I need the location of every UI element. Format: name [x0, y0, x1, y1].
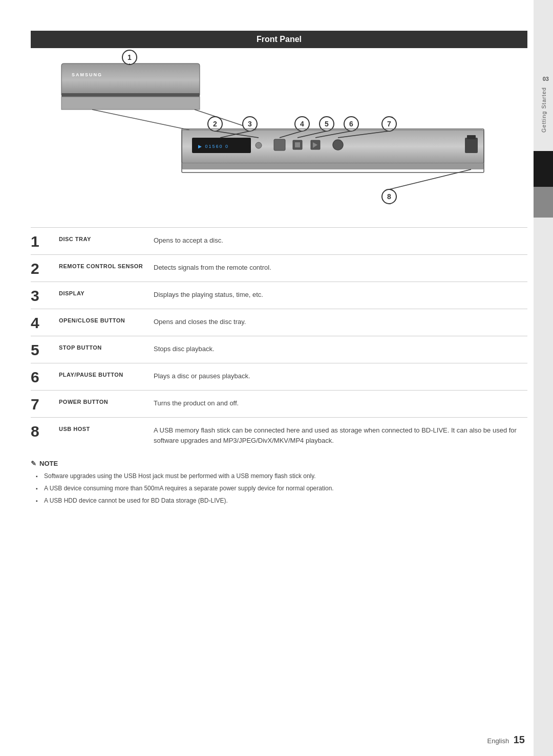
sidebar: 03 Getting Started — [534, 0, 553, 756]
note-item-1: Software upgrades using the USB Host jac… — [36, 471, 527, 481]
svg-text:1: 1 — [127, 53, 132, 61]
svg-rect-43 — [182, 129, 484, 172]
item-name-7: POWER BUTTON — [59, 396, 154, 405]
svg-point-15 — [333, 140, 343, 150]
item-name-2: REMOTE CONTROL SENSOR — [59, 260, 154, 269]
svg-text:4: 4 — [300, 120, 304, 128]
note-title: ✎ NOTE — [31, 460, 527, 467]
svg-text:7: 7 — [387, 120, 391, 128]
svg-point-34 — [344, 117, 358, 131]
item-name-8: USB HOST — [59, 423, 154, 432]
svg-rect-6 — [182, 130, 484, 163]
svg-rect-18 — [182, 163, 484, 169]
svg-text:SAMSUNG: SAMSUNG — [72, 72, 102, 77]
svg-rect-11 — [293, 140, 302, 149]
svg-point-19 — [122, 50, 137, 64]
sidebar-chapter-title: Getting Started — [541, 87, 547, 133]
item-name-5: STOP BUTTON — [59, 341, 154, 351]
page-footer: English 15 — [487, 734, 525, 746]
items-list: 1 DISC TRAY Opens to accept a disc. 2 RE… — [31, 227, 527, 450]
page-number: 15 — [514, 734, 525, 745]
svg-text:5: 5 — [325, 120, 329, 128]
item-name-4: OPEN/CLOSE BUTTON — [59, 314, 154, 323]
svg-text:▶ 01560 0: ▶ 01560 0 — [198, 144, 229, 149]
item-row-5: 5 STOP BUTTON Stops disc playback. — [31, 336, 527, 363]
svg-rect-16 — [465, 138, 478, 153]
svg-point-37 — [382, 117, 396, 131]
svg-marker-14 — [313, 142, 317, 148]
item-desc-3: Displays the playing status, time, etc. — [154, 287, 527, 300]
item-row-3: 3 DISPLAY Displays the playing status, t… — [31, 282, 527, 309]
item-desc-2: Detects signals from the remote control. — [154, 260, 527, 273]
item-desc-7: Turns the product on and off. — [154, 396, 527, 408]
item-number-7: 7 — [31, 396, 59, 412]
item-number-8: 8 — [31, 423, 59, 439]
svg-line-5 — [195, 110, 256, 130]
svg-rect-2 — [61, 93, 200, 97]
item-desc-5: Stops disc playback. — [154, 341, 527, 354]
svg-point-31 — [320, 117, 334, 131]
diagram-area: SAMSUNG ▶ 01560 0 — [31, 48, 527, 222]
sidebar-dark-block — [534, 151, 553, 187]
note-icon: ✎ — [31, 460, 36, 467]
svg-text:3: 3 — [248, 120, 252, 128]
sidebar-chapter-number: 03 — [543, 76, 549, 82]
item-row-1: 1 DISC TRAY Opens to accept a disc. — [31, 227, 527, 254]
item-number-2: 2 — [31, 260, 59, 276]
item-row-8: 8 USB HOST A USB memory flash stick can … — [31, 417, 527, 450]
item-number-1: 1 — [31, 233, 59, 249]
svg-line-4 — [92, 110, 189, 130]
item-name-6: PLAY/PAUSE BUTTON — [59, 369, 154, 378]
svg-line-39 — [338, 131, 389, 138]
svg-point-25 — [243, 117, 257, 131]
diagram-svg: SAMSUNG ▶ 01560 0 — [31, 48, 527, 222]
svg-rect-12 — [295, 142, 300, 147]
svg-rect-17 — [467, 135, 476, 139]
svg-line-33 — [297, 131, 327, 138]
svg-text:8: 8 — [387, 192, 391, 201]
item-number-6: 6 — [31, 369, 59, 385]
svg-rect-7 — [192, 138, 251, 153]
note-list: Software upgrades using the USB Host jac… — [31, 471, 527, 505]
section-title: Front Panel — [31, 31, 527, 48]
note-item-3: A USB HDD device cannot be used for BD D… — [36, 496, 527, 505]
main-content: Front Panel — [31, 31, 527, 736]
item-number-3: 3 — [31, 287, 59, 304]
page-container: 03 Getting Started Front Panel — [0, 0, 553, 756]
item-name-1: DISC TRAY — [59, 233, 154, 242]
svg-line-30 — [280, 131, 302, 138]
svg-point-9 — [256, 142, 262, 148]
sidebar-medium-block — [534, 187, 553, 218]
svg-text:2: 2 — [213, 120, 217, 128]
svg-line-42 — [389, 169, 471, 189]
item-row-2: 2 REMOTE CONTROL SENSOR Detects signals … — [31, 254, 527, 282]
item-number-4: 4 — [31, 314, 59, 331]
svg-line-24 — [215, 131, 259, 138]
item-row-4: 4 OPEN/CLOSE BUTTON Opens and closes the… — [31, 309, 527, 336]
language-label: English — [487, 737, 509, 745]
item-name-3: DISPLAY — [59, 287, 154, 296]
svg-rect-13 — [311, 140, 320, 149]
item-desc-1: Opens to accept a disc. — [154, 233, 527, 246]
item-desc-4: Opens and closes the disc tray. — [154, 314, 527, 327]
note-item-2: A USB device consuming more than 500mA r… — [36, 484, 527, 493]
svg-point-28 — [295, 117, 309, 131]
item-row-7: 7 POWER BUTTON Turns the product on and … — [31, 390, 527, 417]
svg-point-22 — [208, 117, 222, 131]
svg-text:6: 6 — [349, 120, 353, 128]
svg-rect-0 — [61, 63, 200, 97]
item-row-6: 6 PLAY/PAUSE BUTTON Plays a disc or paus… — [31, 363, 527, 390]
svg-line-36 — [315, 131, 351, 138]
item-number-5: 5 — [31, 341, 59, 358]
item-desc-8: A USB memory flash stick can be connecte… — [154, 423, 527, 445]
svg-point-40 — [382, 189, 396, 204]
item-desc-6: Plays a disc or pauses playback. — [154, 369, 527, 381]
svg-line-27 — [220, 131, 250, 138]
svg-rect-10 — [274, 139, 285, 150]
note-section: ✎ NOTE Software upgrades using the USB H… — [31, 460, 527, 505]
svg-rect-3 — [61, 97, 200, 110]
